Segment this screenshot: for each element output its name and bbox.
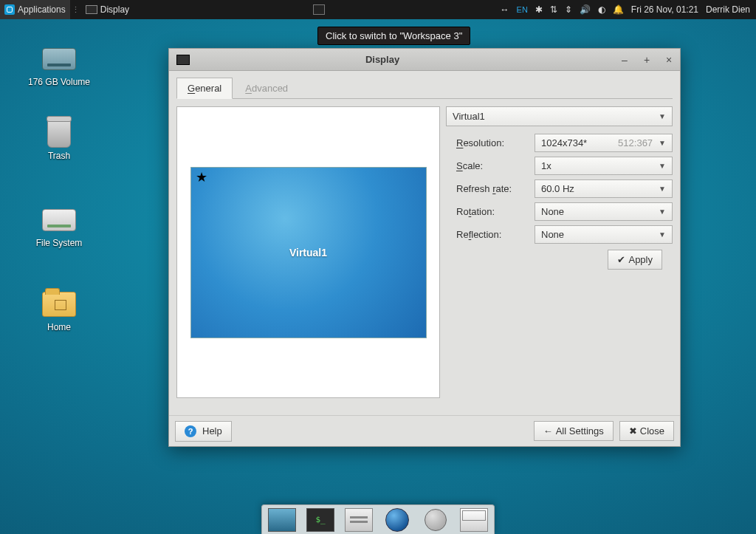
apply-button-label: Apply [628,254,653,265]
resolution-value: 1024x734* [541,137,587,148]
workspace-pager[interactable] [304,0,329,19]
network-icon[interactable]: ⇅ [550,4,557,15]
desktop-icon-label: Home [22,322,96,332]
dock-show-desktop[interactable] [268,508,296,532]
refresh-value: 60.0 Hz [541,183,574,194]
reflection-value: None [541,229,564,240]
top-panel: Applications ⋮ Display ↔ EN ✱ ⇅ ⇕ 🔊 ◐ 🔔 … [0,0,756,19]
refresh-rate-select[interactable]: 60.0 Hz ▼ [535,179,673,198]
taskbar-item-label: Display [100,4,129,15]
clock[interactable]: Fri 26 Nov, 01:21 [631,4,698,15]
display-selector-value: Virtual1 [453,111,485,122]
scale-select[interactable]: 1x ▼ [535,157,673,175]
applications-label: Applications [18,4,66,15]
help-button-label: Help [202,425,222,437]
applications-menu[interactable]: Applications [0,0,70,19]
bluetooth-icon[interactable]: ✱ [535,4,543,15]
close-icon: ✖ [629,425,637,437]
power-icon[interactable]: ◐ [598,4,605,15]
help-button[interactable]: ? Help [175,421,232,442]
sphere-icon [425,509,447,531]
desktop-icon-trash[interactable]: Trash [22,118,96,161]
rotation-select[interactable]: None ▼ [535,202,673,221]
tab-advanced[interactable]: Advanced [234,78,299,98]
monitor-preview[interactable]: ★ Virtual1 [190,167,427,338]
window-client-area: General Advanced ★ Virtual1 Virtual1 ▼ R… [169,71,680,415]
notifications-icon[interactable]: 🔔 [613,4,624,15]
volume-icon[interactable]: 🔊 [580,4,591,15]
scale-label: Scale: [456,160,535,171]
dock-file-manager[interactable] [345,508,373,532]
display-preview-box: ★ Virtual1 [176,106,440,398]
window-titlebar[interactable]: Display – + × [169,49,680,71]
scale-value: 1x [541,160,551,171]
desktop-icon-label: Trash [22,151,96,161]
close-button[interactable]: ✖ Close [619,421,674,441]
display-settings-window: Display – + × General Advanced ★ Virtual… [168,48,681,447]
tab-bar: General Advanced [176,77,673,99]
taskbar-item-display[interactable]: Display [81,0,134,19]
window-maximize-button[interactable]: + [636,54,658,66]
rotation-label: Rotation: [456,206,535,217]
chevron-down-icon: ▼ [659,230,666,239]
panel-separator: ⋮ [70,5,81,15]
workspace-tooltip: Click to switch to "Workspace 3" [317,27,470,45]
refresh-label: Refresh rate: [456,183,535,194]
resolution-select[interactable]: 1024x734* 512:367 ▼ [535,134,673,152]
display-settings-form: Virtual1 ▼ Resolution: 1024x734* 512:367… [446,106,673,408]
close-button-label: Close [640,425,664,437]
resize-icon[interactable]: ↔ [501,4,509,15]
window-minimize-button[interactable]: – [614,54,636,66]
trash-icon [47,118,71,148]
reflection-select[interactable]: None ▼ [535,225,673,244]
drive-icon [42,48,76,70]
window-title: Display [196,54,614,65]
desktop-icon-label: 176 GB Volume [22,77,96,87]
resolution-label: Resolution: [456,137,535,148]
xfce-logo-icon [4,4,15,15]
workspace-square-icon [313,4,325,15]
desktop-icon-home[interactable]: Home [22,290,96,332]
all-settings-button[interactable]: ← All Settings [534,421,614,441]
rotation-value: None [541,206,564,217]
dock-mail[interactable] [460,508,488,532]
dock-system[interactable] [422,508,450,532]
desktop-icon-filesystem[interactable]: File System [22,205,96,248]
all-settings-label: All Settings [556,425,604,437]
resolution-ratio: 512:367 [618,137,659,148]
desktop-icon-label: File System [22,238,96,248]
home-folder-icon [42,292,76,317]
chevron-down-icon: ▼ [659,162,666,170]
primary-star-icon: ★ [196,169,207,185]
desktop-icon-volume[interactable]: 176 GB Volume [22,44,96,87]
system-tray: ↔ EN ✱ ⇅ ⇕ 🔊 ◐ 🔔 Fri 26 Nov, 01:21 Derri… [501,4,756,15]
display-selector[interactable]: Virtual1 ▼ [446,106,673,126]
updown-icon[interactable]: ⇕ [565,4,572,15]
chevron-down-icon: ▼ [659,112,666,120]
window-close-button[interactable]: × [658,54,680,66]
keyboard-layout-indicator[interactable]: EN [517,5,528,14]
back-arrow-icon: ← [543,425,553,437]
display-icon [86,5,97,14]
hdd-icon [42,209,76,231]
help-icon: ? [185,425,196,437]
globe-icon [385,508,409,532]
chevron-down-icon: ▼ [659,139,666,147]
check-icon: ✔ [617,254,625,265]
apply-button[interactable]: ✔ Apply [608,250,662,270]
dock-web-browser[interactable] [383,508,411,532]
window-icon [176,55,190,65]
dock-terminal[interactable]: $_ [306,508,334,532]
chevron-down-icon: ▼ [659,185,666,193]
dock: $_ [261,504,495,534]
reflection-label: Reflection: [456,229,535,240]
monitor-preview-label: Virtual1 [289,247,327,259]
chevron-down-icon: ▼ [659,208,666,216]
tab-general[interactable]: General [176,78,233,99]
window-footer: ? Help ← All Settings ✖ Close [169,415,680,446]
user-menu[interactable]: Derrik Dien [706,4,750,15]
